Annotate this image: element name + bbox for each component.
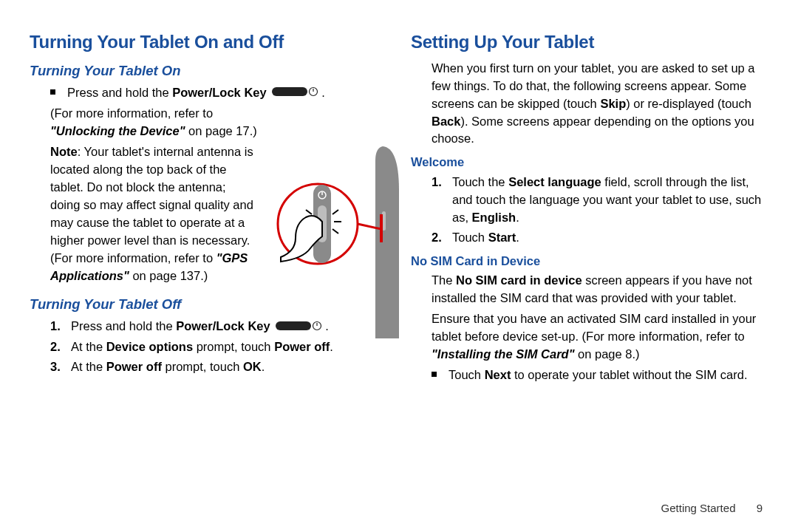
svg-line-11 — [306, 210, 312, 214]
subheading-on: Turning Your Tablet On — [30, 61, 387, 81]
list-item: 2. Touch Start. — [432, 229, 768, 247]
svg-rect-0 — [272, 87, 307, 96]
page-footer: Getting Started 9 — [661, 502, 763, 514]
svg-line-14 — [332, 210, 338, 214]
list-item: 3. At the Power off prompt, touch OK. — [50, 358, 387, 376]
list-item: 1. Touch the Select language field, scro… — [432, 174, 768, 227]
bullet-text: Press and hold the Power/Lock Key . — [67, 84, 325, 103]
svg-line-16 — [332, 229, 338, 233]
press-power-key-figure — [273, 139, 406, 346]
setup-intro: When you first turn on your tablet, you … — [432, 60, 768, 149]
square-bullet-icon — [50, 89, 55, 95]
bullet-touch-next: Touch Next to operate your tablet withou… — [432, 366, 768, 384]
antenna-note: Note: Your tablet's internal antenna is … — [50, 143, 257, 284]
page: Turning Your Tablet On and Off Turning Y… — [0, 0, 798, 488]
left-column: Turning Your Tablet On and Off Turning Y… — [30, 30, 402, 488]
right-column: Setting Up Your Tablet When you first tu… — [402, 30, 776, 488]
welcome-steps: 1. Touch the Select language field, scro… — [432, 174, 768, 247]
section-name: Getting Started — [661, 502, 736, 514]
subheading-welcome: Welcome — [411, 154, 768, 171]
nosim-body: The No SIM card in device screen appears… — [432, 272, 768, 364]
subheading-nosim: No SIM Card in Device — [411, 253, 768, 270]
page-number: 9 — [757, 502, 763, 514]
power-lock-key-icon — [272, 84, 319, 102]
square-bullet-icon — [432, 372, 437, 377]
more-info-unlocking: (For more information, refer to "Unlocki… — [50, 105, 257, 284]
heading-setup: Setting Up Your Tablet — [411, 30, 768, 55]
heading-on-off: Turning Your Tablet On and Off — [30, 30, 387, 55]
bullet-press-hold-on: Press and hold the Power/Lock Key . — [50, 84, 387, 103]
